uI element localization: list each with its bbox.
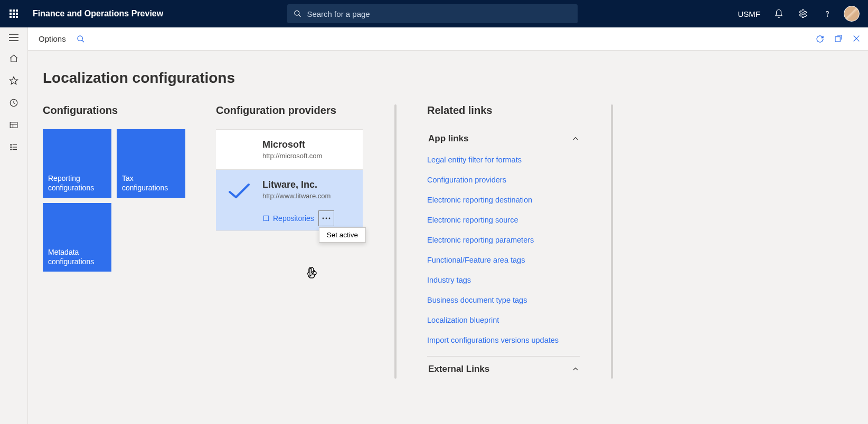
nav-home[interactable] [9, 54, 18, 63]
close-icon [852, 34, 861, 43]
star-icon [9, 76, 18, 85]
app-links-list: Legal entity filter for formats Configur… [427, 148, 580, 346]
svg-point-23 [322, 218, 324, 219]
action-search[interactable] [77, 35, 85, 43]
gear-icon [798, 9, 808, 18]
search-wrap [287, 4, 578, 23]
chevron-up-icon [572, 365, 579, 373]
svg-point-14 [11, 147, 12, 148]
svg-point-3 [827, 16, 827, 16]
link-localization-blueprint[interactable]: Localization blueprint [427, 316, 580, 324]
svg-marker-7 [10, 77, 18, 84]
link-er-destination[interactable]: Electronic reporting destination [427, 196, 580, 204]
search-icon [294, 9, 301, 18]
set-active-label: Set active [327, 231, 358, 239]
providers-section: Configuration providers Microsoft http:/… [216, 104, 364, 379]
related-links-section: Related links App links Legal entity fil… [427, 104, 580, 379]
cursor-icon [306, 267, 317, 280]
link-import-config-versions[interactable]: Import configurations versions updates [427, 336, 580, 344]
link-configuration-providers[interactable]: Configuration providers [427, 176, 580, 184]
link-er-source[interactable]: Electronic reporting source [427, 216, 580, 224]
svg-point-0 [295, 11, 299, 15]
repositories-label: Repositories [273, 214, 314, 223]
app-links-group-header[interactable]: App links [427, 129, 580, 148]
provider-name: Microsoft [262, 139, 352, 150]
chevron-up-icon [572, 135, 579, 142]
help-button[interactable] [815, 9, 839, 18]
svg-line-1 [299, 15, 301, 17]
search-input[interactable] [307, 9, 571, 18]
provider-card-microsoft[interactable]: Microsoft http://microsoft.com [216, 130, 363, 170]
home-icon [9, 54, 18, 63]
divider [394, 104, 397, 379]
help-icon [823, 9, 832, 18]
ellipsis-icon [322, 217, 331, 219]
external-links-group-header[interactable]: External Links [427, 356, 580, 379]
provider-more-popup[interactable]: Set active [319, 227, 366, 243]
refresh-button[interactable] [815, 34, 825, 44]
related-links-heading: Related links [427, 104, 580, 117]
tile-label: Tax configurations [122, 174, 180, 192]
page-body: Localization configurations Configuratio… [28, 51, 868, 424]
hamburger-icon [9, 34, 18, 41]
left-nav [0, 27, 27, 424]
top-right: USMF [732, 6, 869, 22]
configurations-heading: Configurations [43, 104, 185, 117]
options-tab[interactable]: Options [33, 34, 71, 43]
entity-label[interactable]: USMF [732, 9, 767, 18]
repositories-icon [262, 215, 270, 222]
providers-heading: Configuration providers [216, 104, 364, 117]
svg-point-2 [802, 13, 805, 15]
top-bar: Finance and Operations Preview USMF [0, 0, 868, 27]
repositories-link[interactable]: Repositories [262, 214, 314, 223]
popout-button[interactable] [834, 34, 843, 44]
notifications-button[interactable] [767, 9, 791, 18]
provider-name: Litware, Inc. [262, 179, 352, 190]
avatar [844, 6, 860, 22]
nav-menu[interactable] [9, 34, 18, 41]
svg-point-25 [328, 218, 330, 219]
checkmark-icon [228, 181, 251, 200]
nav-workspaces[interactable] [9, 120, 18, 130]
provider-more-button[interactable]: Set active [318, 210, 334, 226]
link-legal-entity-filter[interactable]: Legal entity filter for formats [427, 156, 580, 164]
refresh-icon [815, 34, 825, 44]
link-er-parameters[interactable]: Electronic reporting parameters [427, 236, 580, 244]
configurations-section: Configurations Reporting configurations … [43, 104, 185, 379]
waffle-icon [10, 9, 18, 18]
provider-card-litware[interactable]: Litware, Inc. http://www.litware.com Rep… [216, 170, 363, 231]
link-feature-tags[interactable]: Functional/Feature area tags [427, 256, 580, 264]
page-title: Localization configurations [43, 70, 868, 86]
tile-reporting-configurations[interactable]: Reporting configurations [43, 129, 111, 198]
close-button[interactable] [852, 34, 861, 44]
divider [611, 104, 613, 379]
svg-point-12 [11, 144, 12, 146]
provider-url: http://microsoft.com [262, 152, 352, 160]
avatar-button[interactable] [839, 6, 864, 22]
work-area: Options Localization configurations Conf… [27, 27, 868, 424]
svg-rect-9 [10, 122, 17, 128]
workspace-icon [9, 120, 18, 130]
tile-metadata-configurations[interactable]: Metadata configurations [43, 203, 111, 272]
app-links-title: App links [428, 133, 469, 144]
link-industry-tags[interactable]: Industry tags [427, 276, 580, 284]
link-doc-type-tags[interactable]: Business document type tags [427, 296, 580, 304]
svg-point-16 [11, 149, 12, 150]
settings-button[interactable] [791, 9, 815, 18]
modules-icon [9, 142, 18, 152]
svg-rect-20 [835, 36, 840, 41]
bell-icon [774, 9, 784, 18]
nav-modules[interactable] [9, 142, 18, 152]
tile-tax-configurations[interactable]: Tax configurations [117, 129, 185, 198]
svg-point-24 [325, 218, 327, 219]
svg-point-18 [78, 36, 82, 41]
provider-url: http://www.litware.com [262, 192, 352, 200]
waffle-button[interactable] [0, 9, 27, 18]
search-icon [77, 35, 85, 43]
action-bar: Options [28, 27, 868, 51]
search-box[interactable] [287, 4, 578, 23]
nav-recent[interactable] [9, 98, 18, 108]
nav-fav[interactable] [9, 76, 18, 85]
popout-icon [834, 34, 843, 43]
svg-line-19 [82, 40, 84, 42]
